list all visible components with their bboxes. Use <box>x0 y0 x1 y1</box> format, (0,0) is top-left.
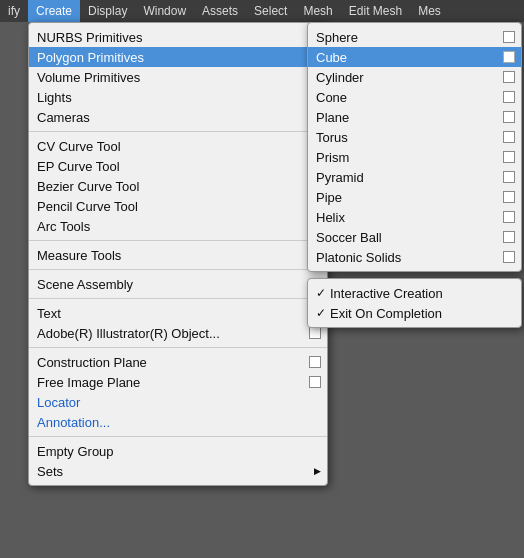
separator-3 <box>29 269 327 270</box>
pyramid-checkbox <box>503 171 515 183</box>
menu-item-polygon[interactable]: Polygon Primitives <box>29 47 327 67</box>
torus-checkbox <box>503 131 515 143</box>
separator-5 <box>29 347 327 348</box>
options-submenu: Interactive Creation Exit On Completion <box>307 278 522 328</box>
menu-select[interactable]: Select <box>246 0 295 22</box>
cone-checkbox <box>503 91 515 103</box>
plane-checkbox <box>503 111 515 123</box>
soccer-checkbox <box>503 231 515 243</box>
cylinder-checkbox <box>503 71 515 83</box>
separator-1 <box>29 131 327 132</box>
cube-checkbox <box>503 51 515 63</box>
menu-mesh[interactable]: Mesh <box>295 0 340 22</box>
menu-item-torus[interactable]: Torus <box>308 127 521 147</box>
helix-checkbox <box>503 211 515 223</box>
menu-mes[interactable]: Mes <box>410 0 449 22</box>
menu-item-sets[interactable]: Sets <box>29 461 327 481</box>
menu-assets[interactable]: Assets <box>194 0 246 22</box>
menu-item-scene-assembly[interactable]: Scene Assembly <box>29 274 327 294</box>
separator-6 <box>29 436 327 437</box>
sphere-checkbox <box>503 31 515 43</box>
menu-item-bezier[interactable]: Bezier Curve Tool <box>29 176 327 196</box>
menu-item-annotation[interactable]: Annotation... <box>29 412 327 432</box>
menu-item-free-image[interactable]: Free Image Plane <box>29 372 327 392</box>
prism-checkbox <box>503 151 515 163</box>
menu-item-interactive-creation[interactable]: Interactive Creation <box>308 283 521 303</box>
menu-item-construction[interactable]: Construction Plane <box>29 352 327 372</box>
menu-item-platonic-solids[interactable]: Platonic Solids <box>308 247 521 267</box>
menu-item-volume[interactable]: Volume Primitives <box>29 67 327 87</box>
polygon-primitives-submenu: Sphere Cube Cylinder Cone Plane Torus Pr… <box>307 22 522 272</box>
separator-2 <box>29 240 327 241</box>
menu-item-cube[interactable]: Cube <box>308 47 521 67</box>
menu-item-text[interactable]: Text <box>29 303 327 323</box>
free-image-checkbox <box>309 376 321 388</box>
menu-item-lights[interactable]: Lights <box>29 87 327 107</box>
menu-item-prism[interactable]: Prism <box>308 147 521 167</box>
menu-item-empty-group[interactable]: Empty Group <box>29 441 327 461</box>
menu-item-sphere[interactable]: Sphere <box>308 27 521 47</box>
menu-item-soccer-ball[interactable]: Soccer Ball <box>308 227 521 247</box>
menu-bar: ify Create Display Window Assets Select … <box>0 0 524 22</box>
menu-create[interactable]: Create <box>28 0 80 22</box>
pipe-checkbox <box>503 191 515 203</box>
menu-edit-mesh[interactable]: Edit Mesh <box>341 0 410 22</box>
menu-item-cv[interactable]: CV Curve Tool <box>29 136 327 156</box>
menu-item-helix[interactable]: Helix <box>308 207 521 227</box>
menu-display[interactable]: Display <box>80 0 135 22</box>
construction-checkbox <box>309 356 321 368</box>
menu-item-cameras[interactable]: Cameras <box>29 107 327 127</box>
menu-item-locator[interactable]: Locator <box>29 392 327 412</box>
menu-item-measure[interactable]: Measure Tools <box>29 245 327 265</box>
menu-item-pyramid[interactable]: Pyramid <box>308 167 521 187</box>
adobe-checkbox <box>309 327 321 339</box>
platonic-checkbox <box>503 251 515 263</box>
menu-item-cone[interactable]: Cone <box>308 87 521 107</box>
menu-item-arc[interactable]: Arc Tools <box>29 216 327 236</box>
menu-item-plane[interactable]: Plane <box>308 107 521 127</box>
menu-item-adobe[interactable]: Adobe(R) Illustrator(R) Object... <box>29 323 327 343</box>
menu-item-ep[interactable]: EP Curve Tool <box>29 156 327 176</box>
menu-item-nurbs[interactable]: NURBS Primitives <box>29 27 327 47</box>
create-menu-dropdown: NURBS Primitives Polygon Primitives Volu… <box>28 22 328 486</box>
menu-item-pencil[interactable]: Pencil Curve Tool <box>29 196 327 216</box>
menu-ify[interactable]: ify <box>0 0 28 22</box>
menu-item-exit-on-completion[interactable]: Exit On Completion <box>308 303 521 323</box>
menu-window[interactable]: Window <box>135 0 194 22</box>
separator-4 <box>29 298 327 299</box>
menu-item-cylinder[interactable]: Cylinder <box>308 67 521 87</box>
menu-item-pipe[interactable]: Pipe <box>308 187 521 207</box>
